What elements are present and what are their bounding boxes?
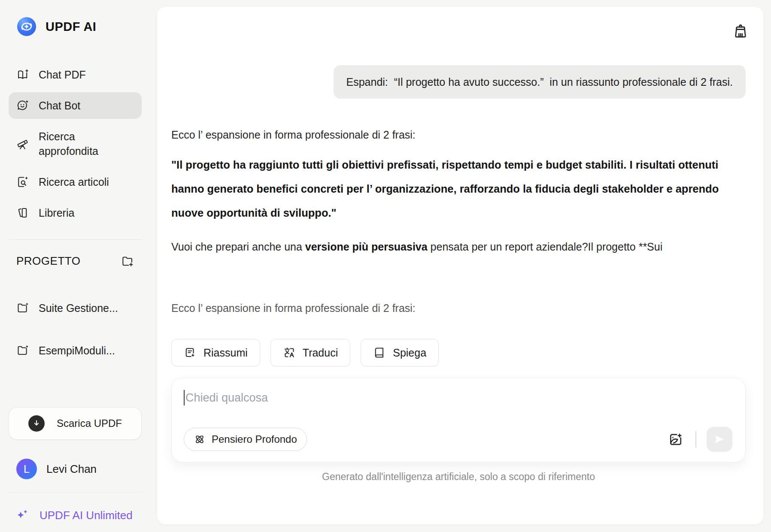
sidebar-item-chat-bot[interactable]: Chat Bot: [9, 92, 142, 119]
folder-plus-icon[interactable]: [121, 255, 134, 268]
image-generate-button[interactable]: [666, 430, 685, 449]
sidebar-item-label: Chat PDF: [39, 67, 86, 82]
library-icon: [16, 206, 29, 219]
assistant-expansion-text: "Il progetto ha raggiunto tutti gli obie…: [171, 153, 746, 225]
project-section-header: PROGETTO: [9, 254, 142, 268]
chat-bot-icon: [16, 99, 29, 112]
project-list: Suite Gestione... EsempiModuli...: [0, 293, 150, 366]
sidebar-item-chat-pdf[interactable]: Chat PDF: [9, 61, 142, 88]
upgrade-label: UPDF AI Unlimited: [39, 509, 133, 522]
project-item-esempimoduli[interactable]: EsempiModuli...: [9, 337, 142, 364]
sidebar-item-label: Chat Bot: [39, 98, 80, 113]
sidebar-item-label: Libreria: [39, 206, 74, 220]
folder-sparkle-icon: [16, 344, 29, 357]
sidebar-item-ricerca-approfondita[interactable]: Ricerca approfondita: [9, 123, 142, 164]
text-cursor: [184, 390, 185, 405]
sidebar-item-label: Ricerca approfondita: [39, 129, 134, 158]
explain-button[interactable]: Spiega: [361, 339, 439, 366]
user-message-bubble: Espandi: “Il progetto ha avuto successo.…: [334, 65, 746, 99]
translate-icon: [283, 346, 296, 359]
sidebar-item-libreria[interactable]: Libreria: [9, 200, 142, 226]
project-item-suite-gestione[interactable]: Suite Gestione...: [9, 295, 142, 321]
user-account[interactable]: L Levi Chan: [16, 459, 142, 479]
project-item-label: Suite Gestione...: [39, 301, 118, 315]
folder-sparkle-icon: [16, 302, 29, 314]
action-label: Riassumi: [203, 347, 248, 359]
send-button[interactable]: [707, 427, 732, 452]
chat-input[interactable]: Chiedi qualcosa: [184, 390, 732, 405]
article-search-icon: [16, 175, 29, 188]
sidebar-nav: Chat PDF Chat Bot: [0, 59, 150, 228]
atom-icon: [194, 433, 206, 445]
deep-think-label: Pensiero Profondo: [212, 433, 297, 445]
project-section-title: PROGETTO: [16, 254, 80, 268]
project-item-label: EsempiModuli...: [39, 343, 115, 358]
send-icon: [713, 433, 725, 445]
followup-bold: versione più persuasiva: [305, 241, 428, 253]
summarize-icon: [184, 346, 197, 359]
ai-disclaimer: Generato dall'intelligenza artificiale, …: [171, 471, 746, 483]
brand: UPDF AI: [0, 16, 150, 37]
chat-panel: Espandi: “Il progetto ha avuto successo.…: [157, 7, 763, 524]
sidebar-divider: [9, 492, 142, 493]
clear-chat-button[interactable]: [731, 21, 750, 41]
broom-icon: [732, 23, 749, 40]
deep-think-toggle[interactable]: Pensiero Profondo: [184, 428, 307, 451]
assistant-streaming-text: Ecco l’ espansione in forma professional…: [171, 299, 746, 317]
summarize-button[interactable]: Riassumi: [171, 339, 260, 366]
upgrade-link[interactable]: UPDF AI Unlimited: [15, 508, 142, 523]
translate-button[interactable]: Traduci: [270, 339, 350, 366]
download-updf-button[interactable]: Scarica UPDF: [9, 407, 142, 440]
quick-actions: Riassumi Traduci: [171, 339, 746, 366]
avatar: L: [16, 459, 37, 479]
sparkles-icon: [15, 508, 30, 523]
action-label: Spiega: [393, 347, 426, 359]
composer: Chiedi qualcosa Pensiero Profondo: [171, 378, 746, 462]
composer-controls: Pensiero Profondo: [184, 427, 732, 452]
sidebar-divider: [9, 239, 142, 240]
assistant-followup-text: Vuoi che prepari anche una versione più …: [171, 235, 746, 258]
download-label: Scarica UPDF: [57, 417, 122, 429]
input-placeholder: Chiedi qualcosa: [185, 391, 268, 405]
sidebar-item-label: Ricerca articoli: [39, 175, 109, 189]
explain-icon: [373, 346, 386, 359]
followup-prefix: Vuoi che prepari anche una: [171, 241, 305, 253]
user-name: Levi Chan: [46, 462, 97, 476]
book-sparkle-icon: [16, 68, 29, 81]
sidebar-item-ricerca-articoli[interactable]: Ricerca articoli: [9, 169, 142, 195]
image-sparkle-icon: [668, 431, 684, 447]
telescope-icon: [16, 137, 29, 150]
sidebar: UPDF AI Chat PDF: [0, 0, 150, 532]
followup-suffix: pensata per un report aziendale?Il proge…: [428, 241, 663, 253]
composer-right-controls: [666, 427, 732, 452]
download-circle-icon: [28, 415, 45, 432]
action-label: Traduci: [303, 347, 338, 359]
controls-divider: [695, 431, 696, 447]
assistant-intro-text: Ecco l’ espansione in forma professional…: [171, 126, 746, 143]
brand-name: UPDF AI: [46, 20, 96, 34]
updf-ai-logo-icon: [16, 16, 37, 37]
